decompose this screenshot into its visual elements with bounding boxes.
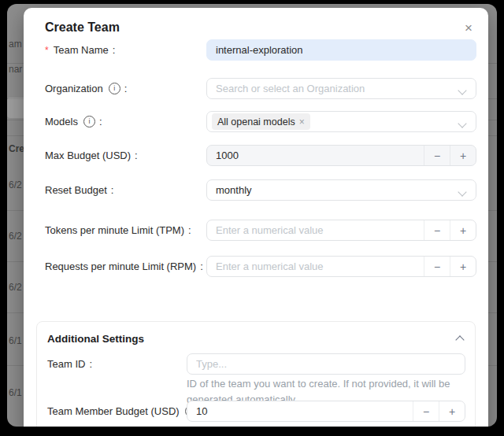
model-tag-label: All openai models xyxy=(217,116,295,127)
model-tag: All openai models × xyxy=(212,113,310,130)
team-member-budget-row: Team Member Budget (USD) ? : − + xyxy=(47,401,465,422)
team-member-budget-label: Team Member Budget (USD) ? : xyxy=(47,401,203,422)
team-name-input[interactable] xyxy=(206,39,476,61)
reset-budget-label: Reset Budget : xyxy=(45,179,113,201)
bg-text-fragment: am xyxy=(9,39,22,50)
chevron-down-icon xyxy=(458,187,466,196)
models-select[interactable]: All openai models × xyxy=(206,111,476,132)
bg-text-fragment: 6/2 xyxy=(9,179,22,190)
team-id-input[interactable] xyxy=(187,353,465,375)
reset-budget-row: Reset Budget : monthly xyxy=(45,179,476,201)
team-name-label: * Team Name : xyxy=(45,39,115,61)
tpm-label: Tokens per minute Limit (TPM) : xyxy=(45,220,191,241)
bg-text-fragment: 6/2 xyxy=(9,282,22,293)
info-icon[interactable]: i xyxy=(83,116,95,127)
team-id-row: Team ID : xyxy=(47,353,465,375)
bg-text-fragment: Cre xyxy=(9,143,24,154)
max-budget-input[interactable] xyxy=(207,146,424,165)
rpm-input[interactable] xyxy=(207,257,424,276)
organization-label: Organization i : xyxy=(45,78,127,99)
decrement-button[interactable]: − xyxy=(424,220,450,240)
chevron-down-icon xyxy=(458,119,466,127)
dimmed-page-overlay: am nar Cre 6/2 6/2 6/2 6/1 6/1 Create Te… xyxy=(7,4,497,427)
required-asterisk: * xyxy=(45,45,49,56)
bg-text-fragment: 6/2 xyxy=(9,231,22,242)
organization-row: Organization i : Search or select an Org… xyxy=(45,78,476,99)
team-member-budget-stepper: − + xyxy=(187,401,465,422)
decrement-button[interactable]: − xyxy=(424,146,450,165)
max-budget-row: Max Budget (USD) : − + xyxy=(45,145,476,166)
tag-close-icon[interactable]: × xyxy=(299,117,305,127)
team-id-label: Team ID : xyxy=(47,353,92,375)
close-icon[interactable]: × xyxy=(459,19,478,38)
reset-budget-select[interactable]: monthly xyxy=(206,179,476,201)
additional-settings-title: Additional Settings xyxy=(47,333,144,345)
additional-settings-card: Additional Settings Team ID : ID of the … xyxy=(36,321,476,427)
tpm-input[interactable] xyxy=(207,220,424,240)
rpm-row: Requests per minute Limit (RPM) : − + xyxy=(45,256,476,277)
rpm-label: Requests per minute Limit (RPM) : xyxy=(45,256,203,277)
rpm-stepper: − + xyxy=(206,256,476,277)
organization-placeholder: Search or select an Organization xyxy=(212,83,365,94)
max-budget-label: Max Budget (USD) : xyxy=(45,145,138,166)
max-budget-stepper: − + xyxy=(206,145,476,166)
increment-button[interactable]: + xyxy=(439,401,465,421)
team-name-row: * Team Name : xyxy=(45,39,476,61)
organization-select[interactable]: Search or select an Organization xyxy=(206,78,476,99)
tpm-stepper: − + xyxy=(206,220,476,241)
increment-button[interactable]: + xyxy=(450,257,476,276)
reset-budget-value: monthly xyxy=(212,184,252,196)
decrement-button[interactable]: − xyxy=(424,257,450,276)
additional-settings-header[interactable]: Additional Settings xyxy=(37,322,475,355)
chevron-up-icon[interactable] xyxy=(455,335,464,344)
models-row: Models i : All openai models × xyxy=(45,111,476,132)
chevron-down-icon xyxy=(458,86,466,94)
tpm-row: Tokens per minute Limit (TPM) : − + xyxy=(45,220,476,241)
decrement-button[interactable]: − xyxy=(413,401,439,421)
bg-text-fragment: 6/1 xyxy=(9,335,22,346)
bg-text-fragment: 6/1 xyxy=(9,387,22,398)
increment-button[interactable]: + xyxy=(450,220,476,240)
modal-title: Create Team xyxy=(45,20,120,35)
team-member-budget-input[interactable] xyxy=(187,401,413,421)
info-icon[interactable]: i xyxy=(109,83,120,94)
increment-button[interactable]: + xyxy=(450,146,476,165)
create-team-modal: Create Team × * Team Name : Organization… xyxy=(24,8,488,427)
bg-text-fragment: nar xyxy=(9,64,22,75)
models-label: Models i : xyxy=(45,111,102,132)
